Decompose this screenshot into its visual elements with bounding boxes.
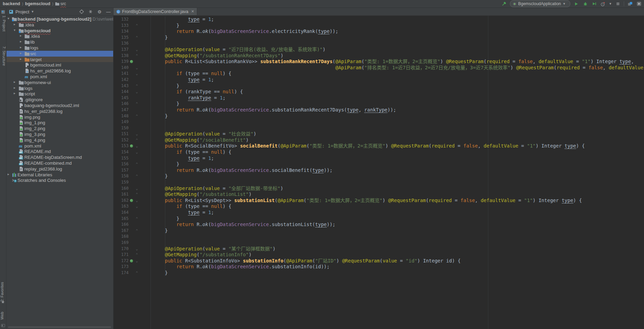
fold-start-icon[interactable]: ⌄ [134, 149, 140, 155]
endpoint-gutter-icon[interactable] [130, 199, 133, 202]
fold-end-icon[interactable]: ⌃ [134, 35, 140, 41]
stop-button[interactable] [615, 1, 621, 7]
chevron-right-icon[interactable]: ▸ [14, 22, 15, 26]
tree-row-readme-md[interactable]: MDREADME.md [7, 149, 113, 154]
close-icon[interactable]: ✕ [191, 9, 194, 14]
tree-row--idea[interactable]: ▸.idea [7, 22, 113, 28]
tree-row-external-libraries[interactable]: ▸External Libraries [7, 172, 113, 178]
tree-row-target[interactable]: ▸target [7, 57, 113, 62]
code-editor[interactable]: 132 type = 1;133⌃ }134 return R.ok(bigDa… [114, 15, 644, 329]
tree-row-lib[interactable]: ▸lib [7, 39, 113, 45]
build-hammer-icon[interactable] [501, 1, 507, 7]
tree-row-bgemscloud[interactable]: ▾bgemscloud [7, 28, 113, 34]
fold-end-icon[interactable]: ⌃ [134, 270, 140, 276]
profiler-dropdown-icon[interactable]: ▼ [609, 1, 612, 7]
window-layout-icon[interactable] [627, 1, 633, 7]
chevron-right-icon[interactable]: ▸ [14, 80, 15, 84]
stripe-tab-favorites[interactable]: 2: Favorites [0, 282, 6, 302]
debug-button[interactable] [582, 1, 588, 7]
run-with-coverage-button[interactable] [591, 1, 597, 7]
fold-start-icon[interactable]: ⌄ [134, 198, 140, 204]
tree-row-baoguang-bgemscloud2-iml[interactable]: baoguang-bgemscloud2.iml [7, 103, 113, 108]
tree-row-scratches-and-consoles[interactable]: Scratches and Consoles [7, 177, 113, 183]
tree-row-bgemscloud-iml[interactable]: bgemscloud.iml [7, 62, 113, 68]
hide-panel-icon[interactable]: — [106, 9, 111, 14]
tree-row-logs[interactable]: ▸logs [7, 45, 113, 51]
tree-row--idea[interactable]: ▸.idea [7, 33, 113, 39]
toolwindow-switcher-icon[interactable] [1, 324, 5, 328]
fold-start-icon[interactable]: ⌄ [134, 65, 140, 71]
stripe-tab-web[interactable]: Web [0, 312, 6, 319]
breadcrumb-src[interactable]: src [55, 1, 66, 6]
fold-start-icon[interactable]: ⌄ [134, 246, 140, 252]
settings-gear-icon[interactable]: ⚙ [97, 9, 102, 14]
tree-row-hs-err-pid2368-log[interactable]: hs_err_pid2368.log [7, 108, 113, 114]
chevron-right-icon[interactable]: ▸ [20, 57, 22, 61]
stripe-tab-project[interactable]: 1: Project [0, 15, 6, 31]
run-button[interactable] [573, 1, 579, 7]
fold-end-icon[interactable]: ⌃ [134, 23, 140, 29]
fold-end-icon[interactable]: ⌃ [134, 191, 140, 198]
tree-row-img-3-png[interactable]: img_3.png [7, 131, 113, 137]
chevron-right-icon[interactable]: ▸ [20, 34, 22, 37]
fold-start-icon[interactable]: ⌄ [134, 71, 140, 77]
fold-end-icon[interactable]: ⌃ [134, 101, 140, 107]
chevron-down-icon[interactable]: ▾ [14, 28, 15, 32]
tree-row-img-1-png[interactable]: img_1.png [7, 120, 113, 126]
fold-start-icon[interactable]: ⌄ [134, 131, 140, 137]
project-toolwindow-icon[interactable] [1, 10, 5, 14]
fold-start-icon[interactable]: ⌄ [134, 203, 140, 210]
chevron-down-icon[interactable]: ▾ [8, 16, 9, 20]
locate-file-icon[interactable] [79, 9, 84, 14]
tree-row-replay-pid2368-log[interactable]: replay_pid2368.log [7, 166, 113, 172]
tree-row-hs-err-pid29656-log[interactable]: ?hs_err_pid29656.log [7, 68, 113, 74]
fold-end-icon[interactable]: ⌃ [134, 173, 140, 179]
fold-end-icon[interactable]: ⌃ [134, 216, 140, 222]
fold-end-icon[interactable]: ⌃ [134, 137, 140, 143]
tree-row-backend[interactable]: ▾backend [baoguang-bgemscloud2] D:\svn\w… [7, 16, 113, 22]
fold-start-icon[interactable]: ⌄ [134, 89, 140, 95]
fold-end-icon[interactable]: ⌃ [134, 161, 140, 167]
chevron-right-icon[interactable]: ▸ [14, 86, 15, 90]
profiler-button[interactable] [600, 1, 606, 7]
chevron-right-icon[interactable]: ▸ [20, 39, 22, 43]
tree-row--gitignore[interactable]: .gitignore [7, 97, 113, 103]
fold-end-icon[interactable]: ⌃ [134, 83, 140, 89]
fold-end-icon[interactable]: ⌃ [134, 113, 140, 119]
chevron-right-icon[interactable]: ▸ [8, 172, 9, 176]
chevron-right-icon[interactable]: ▸ [20, 51, 22, 55]
endpoint-gutter-icon[interactable] [130, 144, 133, 148]
stripe-tab-structure[interactable]: 7: Structure [0, 46, 6, 66]
chevron-right-icon[interactable]: ▸ [14, 91, 15, 95]
fold-start-icon[interactable]: ⌄ [134, 143, 140, 149]
horizontal-scrollbar[interactable] [8, 326, 111, 328]
tree-row-img-4-png[interactable]: img_4.png [7, 137, 113, 143]
tree-row-script[interactable]: ▸script [7, 91, 113, 97]
tree-row-bgemsnew-ui[interactable]: ▸bgemsnew-ui [7, 80, 113, 85]
tree-row-readme-bigdatascreen-md[interactable]: MDREADME-bigDataScreen.md [7, 154, 113, 160]
editor-tab-frontbigdatascreencontroller[interactable]: C FrontBigDataScreenController.java ✕ [114, 8, 197, 15]
fold-start-icon[interactable]: ⌄ [134, 47, 140, 53]
run-configuration-select[interactable]: BgemscloudApplication ▼ [510, 0, 570, 7]
tree-row-img-2-png[interactable]: img_2.png [7, 126, 113, 131]
breadcrumb-bgemscloud[interactable]: bgemscloud [25, 1, 50, 6]
breadcrumb-backend[interactable]: backend [3, 1, 20, 6]
project-panel-title[interactable]: Project [15, 9, 29, 14]
fold-start-icon[interactable]: ⌄ [134, 258, 140, 264]
endpoint-gutter-icon[interactable] [130, 60, 133, 63]
fold-end-icon[interactable]: ⌃ [134, 228, 140, 234]
tree-row-pom-xml[interactable]: mpom.xml [7, 143, 113, 149]
fold-start-icon[interactable]: ⌄ [134, 186, 140, 192]
fold-end-icon[interactable]: ⌃ [134, 252, 140, 258]
tree-row-readme-combined-md[interactable]: MDREADME-combined.md [7, 160, 113, 166]
tree-row-pom-xml[interactable]: mpom.xml [7, 74, 113, 80]
collapse-all-icon[interactable] [88, 9, 93, 14]
fold-end-icon[interactable]: ⌃ [134, 53, 140, 59]
endpoint-gutter-icon[interactable] [130, 259, 133, 262]
tree-row-logs[interactable]: ▸logs [7, 85, 113, 91]
chevron-right-icon[interactable]: ▸ [20, 45, 22, 49]
tree-row-src[interactable]: ▸src [7, 51, 113, 57]
run-anything-icon[interactable] [636, 1, 642, 7]
chevron-down-icon[interactable]: ▼ [31, 10, 34, 13]
tree-row-img-png[interactable]: img.png [7, 114, 113, 120]
